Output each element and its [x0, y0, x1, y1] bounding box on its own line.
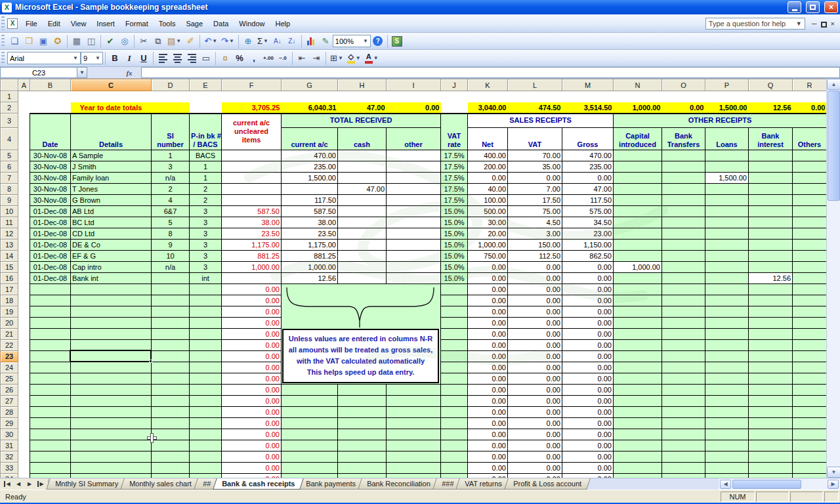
cell-J7[interactable]: 17.5%	[441, 173, 468, 184]
cell-K3[interactable]: SALES RECEIPTS	[468, 114, 614, 128]
cell-O24[interactable]	[662, 362, 705, 373]
cell-B1[interactable]	[30, 91, 71, 102]
cell-E23[interactable]	[190, 351, 222, 362]
cell-Q12[interactable]	[749, 228, 793, 240]
cell-D24[interactable]	[152, 362, 190, 373]
cell-L18[interactable]: 0.00	[508, 295, 562, 306]
cell-A14[interactable]	[18, 251, 30, 262]
cell-L6[interactable]: 35.00	[508, 161, 562, 173]
cell-G12[interactable]: 23.50	[282, 228, 338, 240]
cell-L17[interactable]: 0.00	[508, 284, 562, 295]
cell-B14[interactable]: 01-Dec-08	[30, 251, 71, 262]
row-header-10[interactable]: 10	[1, 206, 18, 217]
cell-R4[interactable]: Others	[793, 128, 827, 150]
merge-center-button[interactable]: ▭	[199, 51, 213, 66]
row-header-22[interactable]: 22	[1, 340, 18, 351]
cell-G4[interactable]: current a/c	[282, 128, 338, 150]
cell-F28[interactable]: 0.00	[222, 407, 282, 418]
cell-F10[interactable]: 587.50	[222, 206, 282, 217]
cell-J19[interactable]	[441, 306, 468, 318]
cell-D19[interactable]	[152, 306, 190, 318]
cell-L24[interactable]: 0.00	[508, 362, 562, 373]
scroll-down-icon[interactable]: ▼	[827, 467, 840, 478]
cell-I33[interactable]	[387, 463, 441, 474]
cell-M23[interactable]: 0.00	[562, 351, 614, 362]
cell-Q21[interactable]	[749, 329, 793, 340]
cell-H31[interactable]	[338, 440, 387, 452]
row-header-4[interactable]: 4	[1, 128, 18, 150]
cell-J9[interactable]: 17.5%	[441, 195, 468, 206]
cell-N17[interactable]	[614, 284, 662, 295]
cell-A8[interactable]	[18, 184, 30, 195]
cell-B26[interactable]	[30, 385, 71, 396]
cell-R11[interactable]	[793, 217, 827, 228]
cell-G10[interactable]: 587.50	[282, 206, 338, 217]
cell-N4[interactable]: Capitalintroduced	[614, 128, 662, 150]
cell-N10[interactable]	[614, 206, 662, 217]
cell-C16[interactable]: Bank int	[71, 273, 152, 284]
cell-B27[interactable]	[30, 396, 71, 407]
cell-H4[interactable]: cash	[338, 128, 387, 150]
cell-J33[interactable]	[441, 463, 468, 474]
cell-F31[interactable]: 0.00	[222, 440, 282, 452]
cell-E12[interactable]: 3	[190, 228, 222, 240]
cell-E21[interactable]	[190, 329, 222, 340]
cell-L16[interactable]: 0.00	[508, 273, 562, 284]
cell-L4[interactable]: VAT	[508, 128, 562, 150]
cell-R16[interactable]	[793, 273, 827, 284]
vertical-scroll-track[interactable]	[827, 201, 840, 467]
cell-R15[interactable]	[793, 262, 827, 273]
cell-E11[interactable]: 3	[190, 217, 222, 228]
cell-C26[interactable]	[71, 385, 152, 396]
cell-Q10[interactable]	[749, 206, 793, 217]
cell-N16[interactable]	[614, 273, 662, 284]
cell-A1[interactable]	[18, 91, 30, 102]
cell-I8[interactable]	[387, 184, 441, 195]
cell-H1[interactable]	[338, 91, 387, 102]
cell-E9[interactable]: 2	[190, 195, 222, 206]
cell-G14[interactable]: 881.25	[282, 251, 338, 262]
cell-D27[interactable]	[152, 396, 190, 407]
cell-D1[interactable]	[152, 91, 190, 102]
cell-K6[interactable]: 200.00	[468, 161, 508, 173]
cell-M2[interactable]: 3,514.50	[562, 102, 614, 114]
cell-B5[interactable]: 30-Nov-08	[30, 150, 71, 161]
cell-M9[interactable]: 117.50	[562, 195, 614, 206]
cell-P25[interactable]	[705, 373, 749, 385]
cell-P7[interactable]: 1,500.00	[705, 173, 749, 184]
cell-O26[interactable]	[662, 385, 705, 396]
cell-H16[interactable]	[338, 273, 387, 284]
cell-I12[interactable]	[387, 228, 441, 240]
cell-L27[interactable]: 0.00	[508, 396, 562, 407]
cell-Q9[interactable]	[749, 195, 793, 206]
cell-Q22[interactable]	[749, 340, 793, 351]
cell-R33[interactable]	[793, 463, 827, 474]
cell-C17[interactable]	[71, 284, 152, 295]
row-header-17[interactable]: 17	[1, 284, 18, 295]
increase-indent-button[interactable]: ⇥	[309, 51, 324, 66]
cell-O13[interactable]	[662, 240, 705, 251]
cell-R7[interactable]	[793, 173, 827, 184]
cell-L25[interactable]: 0.00	[508, 373, 562, 385]
print-preview-icon[interactable]: ◫	[84, 34, 98, 49]
hyperlink-icon[interactable]: ⊕	[241, 34, 255, 49]
row-header-32[interactable]: 32	[1, 452, 18, 463]
cell-O11[interactable]	[662, 217, 705, 228]
cell-N31[interactable]	[614, 440, 662, 452]
cell-E2[interactable]	[190, 102, 222, 114]
cell-F8[interactable]	[222, 184, 282, 195]
cell-N15[interactable]: 1,000.00	[614, 262, 662, 273]
cell-H11[interactable]	[338, 217, 387, 228]
cell-J30[interactable]	[441, 429, 468, 440]
chevron-down-icon[interactable]: ▼	[263, 38, 268, 44]
cell-O6[interactable]	[662, 161, 705, 173]
chevron-down-icon[interactable]: ▼	[373, 55, 379, 61]
cell-N24[interactable]	[614, 362, 662, 373]
cell-E25[interactable]	[190, 373, 222, 385]
cell-F2[interactable]: 3,705.25	[222, 102, 282, 114]
cell-M32[interactable]: 0.00	[562, 452, 614, 463]
cell-I11[interactable]	[387, 217, 441, 228]
cell-N27[interactable]	[614, 396, 662, 407]
cell-E19[interactable]	[190, 306, 222, 318]
row-header-20[interactable]: 20	[1, 318, 18, 329]
